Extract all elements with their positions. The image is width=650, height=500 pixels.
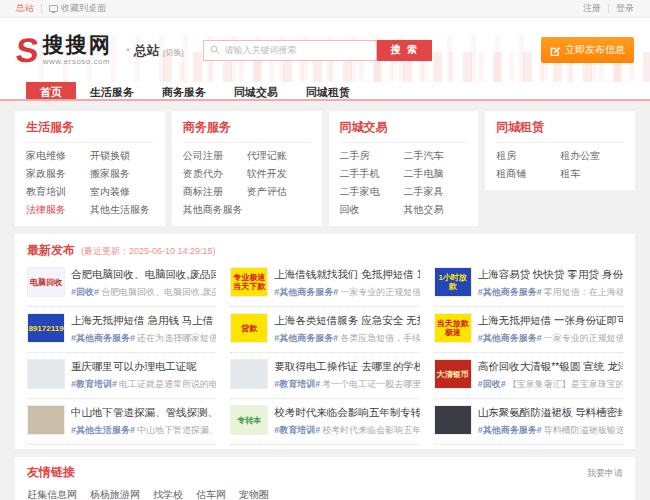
search-input[interactable] [224, 45, 370, 55]
listing-item[interactable]: 电脑回收 合肥电脑回收、电脑回收,废品回收，打印机，复 #回收#合肥电脑回收、电… [27, 261, 216, 307]
category-link[interactable]: 二手房 [340, 147, 404, 165]
category-link[interactable]: 资产评估 [247, 183, 311, 201]
category-link[interactable]: 其他交易 [403, 201, 467, 219]
category-title[interactable]: 同城租赁 [496, 119, 624, 143]
listing-category-tag[interactable]: #教育培训# [274, 379, 320, 389]
listing-item[interactable]: 要取得电工操作证 去哪里的学校培训考试呢 #教育培训#考一个电工证一般去哪里报名… [230, 353, 419, 399]
category-title[interactable]: 商务服务 [183, 119, 311, 143]
nav-item-local-trade[interactable]: 同城交易 [220, 82, 292, 99]
listing-title[interactable]: 上海无抵押短借 急用钱 马上借 当天放 [71, 314, 216, 328]
listing-category-tag[interactable]: #其他生活服务# [71, 425, 135, 435]
listing-category-tag[interactable]: #回收# [71, 287, 99, 297]
listing-title[interactable]: 上海借钱就找我们 免抵押短借 1小时放款 [274, 268, 419, 282]
listing-description: 各类应急短借，手续简单，速度超… [340, 333, 419, 343]
category-title[interactable]: 同城交易 [340, 119, 468, 143]
listing-category-tag[interactable]: #回收# [478, 379, 506, 389]
favorite-to-desktop-link[interactable]: 收藏到桌面 [49, 2, 106, 15]
category-link[interactable]: 资质代办 [183, 165, 247, 183]
listing-description: 还在为选择哪家短借公司纠结烦恼… [137, 333, 216, 343]
category-link[interactable]: 回收 [340, 201, 404, 219]
friend-link[interactable]: 宠物圈 [239, 488, 269, 500]
listing-thumbnail: 电脑回收 [27, 267, 65, 297]
category-link[interactable]: 租车 [560, 165, 624, 183]
category-link[interactable]: 代理记账 [247, 147, 311, 165]
friend-link[interactable]: 赶集信息网 [27, 488, 77, 500]
nav-item-business-services[interactable]: 商务服务 [148, 82, 220, 99]
category-link[interactable]: 法律服务 [26, 201, 90, 219]
listing-category-tag[interactable]: #其他商务服务# [478, 333, 542, 343]
category-link[interactable]: 家电维修 [26, 147, 90, 165]
listing-category-tag[interactable]: #其他商务服务# [71, 333, 135, 343]
listing-category-tag[interactable]: #教育培训# [71, 379, 117, 389]
listing-title[interactable]: 重庆哪里可以办理电工证呢 [71, 360, 216, 374]
listing-category-tag[interactable]: #其他商务服务# [478, 287, 542, 297]
category-link[interactable]: 商标注册 [183, 183, 247, 201]
category-link[interactable]: 软件开发 [247, 165, 311, 183]
divider [608, 4, 609, 13]
category-link[interactable]: 租房 [496, 147, 560, 165]
listing-item[interactable]: 专转本 校考时代来临会影响五年制专转本考试难度吗？该 #教育培训#校考时代来临会… [230, 399, 419, 445]
listing-item[interactable]: 重庆哪里可以办理电工证呢 #教育培训#电工证就是通常所说的电工，是从事电工… [27, 353, 216, 399]
listing-item[interactable]: 1小时放款 上海容易贷 快快贷 零用贷 身份证贷 当场放款 #其他商务服务#零用… [434, 261, 623, 307]
category-card-rental: 同城租赁 租房 租办公室 租商铺 租车 [485, 111, 635, 190]
edit-icon [550, 45, 561, 56]
category-link[interactable]: 室内装修 [90, 183, 154, 201]
category-link[interactable]: 家政服务 [26, 165, 90, 183]
listing-title[interactable]: 要取得电工操作证 去哪里的学校培训考试呢 [274, 360, 419, 374]
category-link[interactable]: 搬家服务 [90, 165, 154, 183]
listing-category-tag[interactable]: #其他商务服务# [274, 287, 338, 297]
listing-item[interactable]: 山东聚氨酯防溢裙板 导料槽密封挡皮 #其他商务服务#导料槽防溢裙板输送带挡尘板双… [434, 399, 623, 445]
category-link[interactable]: 教育培训 [26, 183, 90, 201]
listing-title[interactable]: 中山地下管道探漏、管线探测、水管漏水检测 [71, 406, 216, 420]
search-button[interactable]: 搜 索 [377, 40, 432, 61]
friend-link[interactable]: 找学校 [153, 488, 183, 500]
site-logo[interactable]: S 搜搜网 www.ersoso.com [16, 33, 112, 67]
divider [41, 4, 42, 13]
nav-item-home[interactable]: 首页 [26, 82, 76, 99]
listing-title[interactable]: 高价回收大清银**银圆 宣统 龙洋 大清银** 大 [478, 360, 623, 374]
category-link[interactable]: 租商铺 [496, 165, 560, 183]
listing-item[interactable]: 当天放款 极速 上海无抵押短借 一张身份证即可下款 当天放款 #其他商务服务#一… [434, 307, 623, 353]
listing-grid: 电脑回收 合肥电脑回收、电脑回收,废品回收，打印机，复 #回收#合肥电脑回收、电… [27, 261, 623, 445]
category-link[interactable]: 租办公室 [560, 147, 624, 165]
publish-button[interactable]: 立即发布信息 [541, 37, 634, 63]
category-link[interactable]: 二手汽车 [403, 147, 467, 165]
category-section: 生活服务 家电维修 开锁换锁 家政服务 搬家服务 教育培训 室内装修 法律服务 … [15, 111, 635, 226]
listing-title[interactable]: 上海无抵押短借 一张身份证即可下款 当天放款 [478, 314, 623, 328]
friend-link[interactable]: 估车网 [196, 488, 226, 500]
apply-friend-link[interactable]: 我要申请 [587, 467, 623, 480]
listing-category-tag[interactable]: #其他商务服务# [274, 333, 338, 343]
listing-item[interactable]: 大清银币 高价回收大清银**银圆 宣统 龙洋 大清银** 大 #回收#【宝泉集奢… [434, 353, 623, 399]
nav-item-local-rental[interactable]: 同城租赁 [292, 82, 364, 99]
category-link[interactable]: 其他商务服务 [183, 201, 247, 219]
login-link[interactable]: 登录 [616, 2, 634, 15]
listing-title[interactable]: 合肥电脑回收、电脑回收,废品回收，打印机，复 [71, 268, 216, 282]
category-link[interactable]: 二手手机 [340, 165, 404, 183]
listing-title[interactable]: 上海容易贷 快快贷 零用贷 身份证贷 当场放款 [478, 268, 623, 282]
category-link[interactable]: 公司注册 [183, 147, 247, 165]
listing-item[interactable]: 89172119 上海无抵押短借 急用钱 马上借 当天放 #其他商务服务#还在为… [27, 307, 216, 353]
listing-item[interactable]: 贷款 上海各类短借服务 应急安全 无抵押 当场下款 #其他商务服务#各类应急短借… [230, 307, 419, 353]
category-link[interactable]: 二手家具 [403, 183, 467, 201]
listing-title[interactable]: 校考时代来临会影响五年制专转本考试难度吗？该 [274, 406, 419, 420]
listing-thumbnail: 大清银币 [434, 359, 472, 389]
register-link[interactable]: 注册 [583, 2, 601, 15]
topbar: 总站 收藏到桌面 注册 登录 [0, 0, 650, 18]
topbar-station-link[interactable]: 总站 [16, 2, 34, 15]
listing-thumbnail: 89172119 [27, 313, 65, 343]
listing-category-tag[interactable]: #教育培训# [274, 425, 320, 435]
category-link[interactable]: 二手家电 [340, 183, 404, 201]
category-title[interactable]: 生活服务 [26, 119, 154, 143]
listing-title[interactable]: 上海各类短借服务 应急安全 无抵押 当场下款 [274, 314, 419, 328]
nav-item-life-services[interactable]: 生活服务 [76, 82, 148, 99]
friend-link[interactable]: 杨杨旅游网 [90, 488, 140, 500]
listing-description: 一家专业的正规短借咨询服务平台！ [340, 287, 419, 297]
listing-category-tag[interactable]: #其他商务服务# [478, 425, 542, 435]
listing-title[interactable]: 山东聚氨酯防溢裙板 导料槽密封挡皮 [478, 406, 623, 420]
station-switch-link[interactable]: [切换] [163, 47, 183, 58]
listing-item[interactable]: 专业极速 当天下款 上海借钱就找我们 免抵押短借 1小时放款 #其他商务服务#一… [230, 261, 419, 307]
listing-item[interactable]: 中山地下管道探漏、管线探测、水管漏水检测 #其他生活服务#中山地下管道探漏、管线… [27, 399, 216, 445]
category-link[interactable]: 其他生活服务 [90, 201, 154, 219]
category-link[interactable]: 二手电脑 [403, 165, 467, 183]
category-link[interactable]: 开锁换锁 [90, 147, 154, 165]
